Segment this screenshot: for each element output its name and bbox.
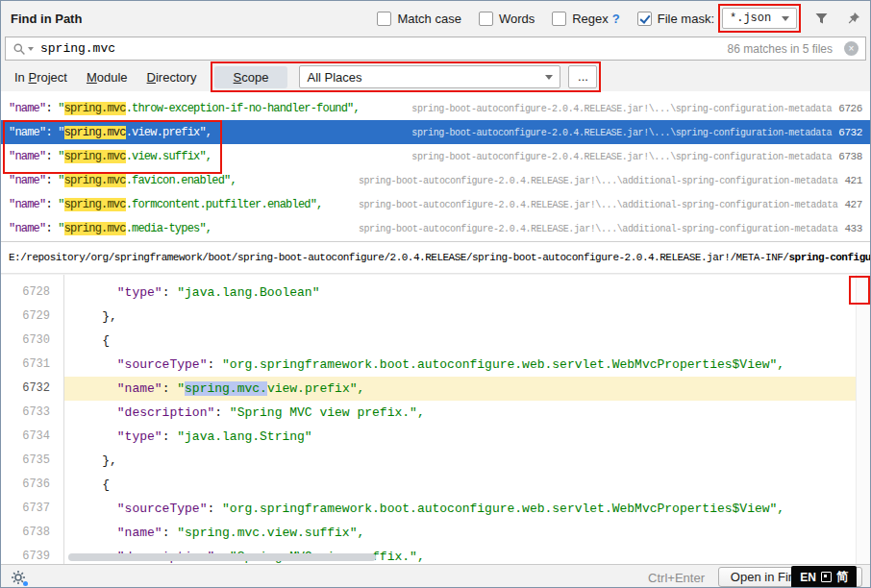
result-text: "name": "spring.mvc.throw-exception-if-n…	[9, 102, 360, 115]
code-line[interactable]: },	[64, 449, 870, 473]
result-text: "name": "spring.mvc.view.prefix",	[9, 126, 212, 139]
code-line[interactable]: "name": "spring.mvc.view.suffix",	[64, 521, 870, 545]
file-mask-select[interactable]: *.json	[722, 8, 797, 29]
words-option[interactable]: Words	[479, 12, 535, 26]
result-text: "name": "spring.mvc.media-types",	[9, 222, 212, 235]
code-token	[72, 502, 117, 516]
code-token: "sourceType"	[117, 502, 208, 516]
result-file-path: spring-boot-autoconfigure-2.0.4.RELEASE.…	[411, 152, 832, 162]
result-match-highlight: spring.mvc	[64, 198, 126, 211]
filter-icon[interactable]	[814, 12, 829, 26]
result-quote: "	[58, 102, 63, 115]
result-row[interactable]: "name": "spring.mvc.view.prefix",spring-…	[1, 120, 870, 144]
search-input[interactable]: spring.mvc 86 matches in 5 files ×	[5, 37, 866, 61]
code-line[interactable]: "sourceType": "org.springframework.boot.…	[64, 497, 870, 521]
settings-notification-dot	[23, 581, 28, 586]
code-token: "Spring MVC view prefix.",	[230, 405, 425, 420]
line-number: 6729	[1, 305, 63, 329]
code-line[interactable]: },	[64, 305, 870, 329]
scope-select[interactable]: All Places	[299, 65, 560, 88]
code-token: {	[72, 333, 110, 348]
result-row[interactable]: "name": "spring.mvc.view.suffix",spring-…	[1, 144, 870, 168]
code-line[interactable]: "type": "java.lang.String"	[64, 425, 870, 449]
result-line-number: 6726	[838, 103, 862, 114]
editor-horizontal-scrollbar[interactable]	[68, 553, 376, 561]
result-row[interactable]: "name": "spring.mvc.favicon.enabled",spr…	[1, 168, 870, 192]
result-quote: "	[58, 222, 63, 235]
match-case-option[interactable]: Match case	[377, 12, 460, 26]
regex-option[interactable]: Regex ?	[552, 12, 620, 26]
result-text: "name": "spring.mvc.view.suffix",	[9, 150, 212, 163]
result-location: spring-boot-autoconfigure-2.0.4.RELEASE.…	[359, 223, 862, 234]
editor-code[interactable]: "type": "java.lang.Boolean" }, { "source…	[64, 275, 870, 564]
result-match-highlight: spring.mvc	[64, 174, 126, 187]
tab-label: roject	[37, 70, 67, 85]
result-value-rest: .throw-exception-if-no-handler-found",	[126, 102, 360, 115]
scope-tab-in-project[interactable]: In Project	[11, 66, 71, 88]
result-value-rest: .formcontent.putfilter.enabled",	[126, 198, 323, 211]
preview-editor[interactable]: 6728672967306731673267336734673567366737…	[1, 275, 870, 564]
regex-help-link[interactable]: ?	[612, 12, 620, 26]
ime-language-badge[interactable]: EN 简	[791, 566, 857, 588]
settings-gear-icon[interactable]	[11, 570, 26, 585]
code-token: },	[72, 453, 117, 468]
match-count: 86 matches in 5 files	[728, 42, 833, 56]
scope-more-button[interactable]: ...	[568, 65, 597, 88]
code-token: :	[162, 285, 178, 300]
code-line[interactable]: "type": "java.lang.Boolean"	[64, 281, 870, 305]
code-token: :	[207, 357, 222, 372]
regex-label: Regex	[572, 12, 609, 26]
result-file-path: spring-boot-autoconfigure-2.0.4.RELEASE.…	[359, 176, 838, 186]
scope-tab-module[interactable]: Module	[83, 66, 132, 88]
words-checkbox[interactable]	[479, 12, 493, 26]
regex-checkbox[interactable]	[552, 12, 566, 26]
result-row[interactable]: "name": "spring.mvc.throw-exception-if-n…	[1, 96, 870, 120]
code-token: "org.springframework.boot.autoconfigure.…	[222, 502, 784, 516]
code-token: "type"	[117, 429, 162, 444]
editor-scrollbar[interactable]	[856, 275, 870, 564]
result-json-key: "name"	[9, 102, 45, 115]
code-token: "	[177, 381, 185, 396]
result-match-highlight: spring.mvc	[64, 126, 126, 139]
code-line[interactable]: "description": "Spring MVC view prefix."…	[64, 401, 870, 425]
code-match-highlight: spring.mvc.	[185, 381, 267, 396]
result-row[interactable]: "name": "spring.mvc.formcontent.putfilte…	[1, 192, 870, 216]
file-mask-checkbox[interactable]	[637, 12, 652, 26]
result-row[interactable]: "name": "spring.mvc.media-types",spring-…	[1, 216, 870, 240]
result-location: spring-boot-autoconfigure-2.0.4.RELEASE.…	[359, 199, 862, 210]
code-token: :	[162, 526, 178, 540]
tab-mnemonic: M	[87, 70, 97, 85]
result-json-key: "name"	[9, 222, 45, 235]
dialog-title: Find in Path	[11, 12, 82, 26]
scope-tab-scope[interactable]: Scope	[214, 66, 288, 88]
file-mask-option[interactable]: File mask:	[637, 12, 714, 26]
chevron-down-icon	[545, 75, 553, 80]
pin-icon[interactable]	[846, 12, 860, 26]
search-history-chevron-icon[interactable]	[28, 47, 34, 51]
tab-label: irectory	[156, 70, 197, 85]
tab-label: In	[14, 70, 28, 85]
tab-label: odule	[97, 70, 128, 85]
scope-tab-directory[interactable]: Directory	[143, 66, 201, 88]
result-text: "name": "spring.mvc.favicon.enabled",	[9, 174, 236, 187]
result-file-path: spring-boot-autoconfigure-2.0.4.RELEASE.…	[359, 200, 838, 210]
preview-file-path: E:/repository/org/springframework/boot/s…	[9, 252, 788, 263]
file-mask-wrap: *.json	[722, 8, 797, 29]
result-separator: :	[45, 150, 58, 163]
result-separator: :	[45, 126, 58, 139]
code-line[interactable]: {	[64, 329, 870, 353]
scope-group: Scope All Places ...	[214, 65, 598, 88]
clear-search-icon[interactable]: ×	[844, 41, 859, 56]
code-line[interactable]: {	[64, 473, 870, 497]
code-token: :	[162, 381, 178, 396]
tab-mnemonic: P	[28, 70, 37, 85]
search-query: spring.mvc	[40, 41, 115, 56]
code-token: "name"	[117, 526, 162, 540]
code-line[interactable]: "sourceType": "org.springframework.boot.…	[64, 353, 870, 377]
result-match-highlight: spring.mvc	[64, 150, 126, 163]
ime-script: 简	[836, 569, 848, 585]
search-icon	[12, 42, 26, 56]
editor-gutter: 6728672967306731673267336734673567366737…	[1, 275, 64, 564]
match-case-checkbox[interactable]	[377, 12, 391, 26]
code-line[interactable]: "name": "spring.mvc.view.prefix",	[64, 377, 870, 401]
